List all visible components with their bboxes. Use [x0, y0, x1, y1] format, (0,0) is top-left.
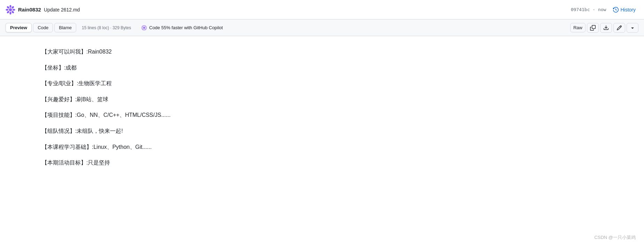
content-line: 【组队情况】:未组队，快来一起!	[42, 127, 623, 136]
copy-button[interactable]	[587, 23, 599, 33]
content-line: 【专业/职业】:生物医学工程	[42, 79, 623, 88]
history-icon	[613, 7, 619, 13]
copilot-text: Code 55% faster with GitHub Copilot	[149, 25, 223, 30]
tab-preview[interactable]: Preview	[6, 23, 32, 32]
copilot-icon	[141, 25, 147, 31]
copy-icon	[590, 25, 596, 31]
content-line: 【项目技能】:Go、NN、C/C++、HTML/CSS/JS......	[42, 111, 623, 120]
history-label: History	[620, 7, 636, 13]
svg-point-2	[11, 6, 14, 9]
more-options-button[interactable]	[627, 23, 638, 33]
content-line: 【坐标】:成都	[42, 63, 623, 72]
content-line: 【本期活动目标】:只是坚持	[42, 158, 623, 167]
commit-message: Update 2612.md	[44, 7, 80, 13]
top-bar-left: Rain0832 Update 2612.md	[6, 5, 80, 15]
content-line: 【兴趣爱好】:刷B站、篮球	[42, 95, 623, 104]
svg-point-4	[11, 10, 14, 14]
file-meta: 15 lines (8 loc) · 329 Bytes	[82, 25, 131, 30]
file-content: 【大家可以叫我】:Rain0832【坐标】:成都【专业/职业】:生物医学工程【兴…	[0, 36, 644, 245]
content-line: 【本课程学习基础】:Linux、Python、Git......	[42, 143, 623, 152]
svg-point-0	[9, 8, 12, 11]
history-button[interactable]: History	[610, 6, 638, 14]
watermark: CSDN @一只小菜鸡	[594, 234, 636, 241]
top-bar-right: 09741bc · now History	[571, 6, 638, 14]
copilot-badge: Code 55% faster with GitHub Copilot	[138, 23, 226, 32]
top-bar: Rain0832 Update 2612.md 09741bc · now Hi…	[0, 0, 644, 19]
toolbar-right: Raw	[570, 23, 638, 33]
edit-icon	[616, 25, 622, 31]
svg-point-6	[7, 10, 10, 14]
chevron-down-icon	[630, 25, 635, 31]
tab-blame[interactable]: Blame	[54, 23, 76, 32]
svg-point-8	[7, 6, 10, 9]
raw-button[interactable]: Raw	[570, 23, 586, 32]
commit-hash: 09741bc · now	[571, 7, 606, 12]
content-line: 【大家可以叫我】:Rain0832	[42, 47, 623, 56]
user-name: Rain0832	[18, 7, 41, 13]
download-icon	[603, 25, 609, 31]
svg-point-5	[9, 11, 11, 14]
tab-code[interactable]: Code	[33, 23, 53, 32]
download-button[interactable]	[600, 23, 612, 33]
svg-point-3	[13, 9, 15, 10]
toolbar: Preview Code Blame 15 lines (8 loc) · 32…	[0, 19, 644, 36]
toolbar-left: Preview Code Blame 15 lines (8 loc) · 32…	[6, 23, 226, 32]
edit-button[interactable]	[613, 23, 625, 33]
svg-point-7	[6, 9, 8, 10]
github-logo	[6, 5, 15, 15]
svg-point-1	[9, 5, 11, 8]
